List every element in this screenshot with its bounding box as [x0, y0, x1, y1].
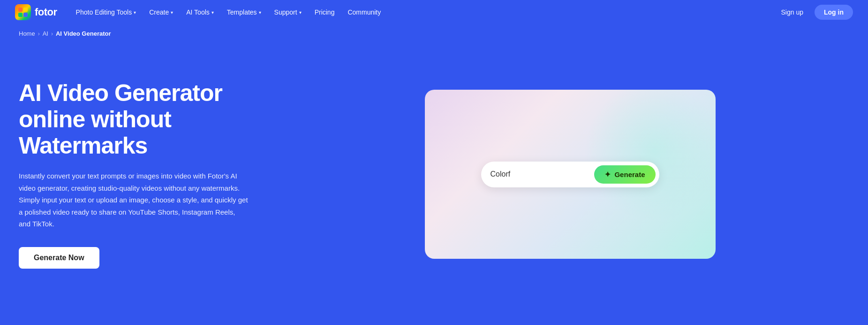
signup-button[interactable]: Sign up	[776, 6, 809, 19]
nav-photo-editing[interactable]: Photo Editing Tools ▾	[70, 6, 142, 19]
left-panel: AI Video Generator online without Waterm…	[19, 80, 263, 269]
nav-support[interactable]: Support ▾	[269, 6, 307, 19]
hero-title: AI Video Generator online without Waterm…	[19, 80, 263, 159]
demo-text-input[interactable]	[491, 170, 595, 178]
nav-ai-tools[interactable]: AI Tools ▾	[181, 6, 219, 19]
nav-community[interactable]: Community	[342, 6, 386, 19]
breadcrumb-current: AI Video Generator	[56, 30, 111, 37]
svg-rect-1	[23, 8, 28, 12]
demo-card: ✦ Generate	[425, 90, 716, 259]
nav-create[interactable]: Create ▾	[143, 6, 179, 19]
logo[interactable]: fotor	[15, 4, 57, 20]
chevron-down-icon: ▾	[171, 10, 173, 15]
demo-generate-button[interactable]: ✦ Generate	[594, 165, 655, 184]
sparkle-icon: ✦	[604, 170, 611, 179]
svg-rect-0	[18, 8, 23, 12]
generate-now-button[interactable]: Generate Now	[19, 247, 99, 269]
hero-description: Instantly convert your text prompts or i…	[19, 170, 249, 230]
nav-templates[interactable]: Templates ▾	[221, 6, 267, 19]
chevron-down-icon: ▾	[259, 10, 261, 15]
svg-rect-2	[18, 13, 23, 17]
nav-items: Photo Editing Tools ▾ Create ▾ AI Tools …	[70, 6, 774, 19]
chevron-down-icon: ▾	[299, 10, 302, 15]
chevron-down-icon: ▾	[134, 10, 136, 15]
nav-pricing[interactable]: Pricing	[309, 6, 340, 19]
navbar: fotor Photo Editing Tools ▾ Create ▾ AI …	[0, 0, 868, 24]
breadcrumb-home[interactable]: Home	[19, 30, 35, 37]
breadcrumb-separator-2: ›	[51, 31, 53, 37]
logo-icon	[15, 4, 31, 20]
breadcrumb-ai[interactable]: AI	[43, 30, 48, 37]
main-content: AI Video Generator online without Waterm…	[0, 43, 868, 315]
right-panel: ✦ Generate	[291, 90, 849, 259]
breadcrumb: Home › AI › AI Video Generator	[0, 24, 868, 43]
demo-input-row: ✦ Generate	[481, 162, 659, 187]
breadcrumb-separator: ›	[38, 31, 40, 37]
chevron-down-icon: ▾	[211, 10, 214, 15]
login-button[interactable]: Log in	[815, 5, 853, 20]
nav-right: Sign up Log in	[776, 5, 853, 20]
logo-text: fotor	[35, 6, 57, 18]
svg-rect-3	[23, 13, 28, 17]
